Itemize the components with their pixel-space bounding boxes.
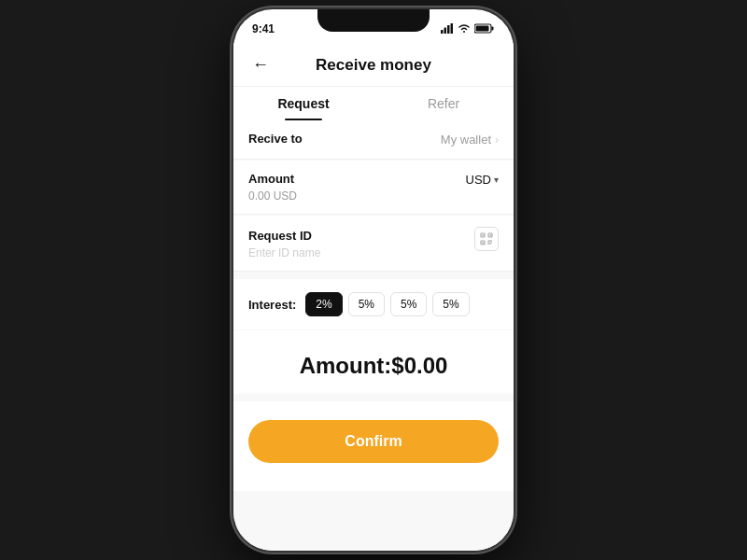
signal-icon bbox=[441, 23, 454, 35]
receive-to-label: Recive to bbox=[248, 132, 303, 146]
receive-to-field: Recive to My wallet › bbox=[233, 120, 514, 160]
status-icons bbox=[441, 23, 495, 35]
battery-icon bbox=[474, 23, 495, 35]
phone-notch bbox=[317, 9, 430, 32]
page-title: Receive money bbox=[316, 52, 431, 86]
amount-display: Amount:$0.00 bbox=[233, 330, 514, 394]
svg-rect-10 bbox=[483, 235, 485, 237]
confirm-button[interactable]: Confirm bbox=[248, 420, 499, 463]
form-content: Recive to My wallet › Amount USD ▾ 0.00 … bbox=[233, 120, 514, 491]
interest-btn-2[interactable]: 5% bbox=[390, 292, 427, 316]
svg-rect-12 bbox=[483, 243, 485, 245]
amount-field: Amount USD ▾ 0.00 USD bbox=[233, 161, 514, 215]
svg-rect-1 bbox=[444, 27, 447, 34]
interest-section: Interest: 2% 5% 5% 5% bbox=[233, 279, 514, 329]
chevron-right-icon: › bbox=[495, 133, 499, 147]
svg-rect-3 bbox=[451, 23, 454, 34]
receive-to-value[interactable]: My wallet › bbox=[441, 133, 499, 147]
amount-sub: 0.00 USD bbox=[248, 189, 499, 203]
currency-selector[interactable]: USD ▾ bbox=[466, 173, 499, 187]
interest-buttons: 2% 5% 5% 5% bbox=[305, 292, 469, 316]
back-button[interactable]: ← bbox=[248, 51, 273, 78]
screen: ← Receive money Request Refer Recive to … bbox=[233, 43, 514, 551]
amount-label: Amount bbox=[248, 172, 294, 186]
phone-frame: 9:41 bbox=[233, 9, 514, 551]
header: ← Receive money bbox=[233, 43, 514, 87]
interest-btn-3[interactable]: 5% bbox=[432, 292, 469, 316]
confirm-section: Confirm bbox=[233, 401, 514, 491]
status-time: 9:41 bbox=[252, 22, 275, 35]
request-id-label: Request ID bbox=[248, 229, 312, 243]
interest-label: Interest: bbox=[248, 298, 296, 312]
tabs-container: Request Refer bbox=[233, 87, 514, 120]
svg-rect-6 bbox=[476, 25, 489, 31]
svg-rect-5 bbox=[492, 26, 494, 30]
request-id-placeholder[interactable]: Enter ID name bbox=[248, 246, 474, 259]
tab-refer[interactable]: Refer bbox=[374, 87, 514, 120]
amount-display-value: Amount:$0.00 bbox=[300, 353, 448, 378]
request-id-field: Request ID Enter ID name bbox=[233, 216, 514, 272]
tab-request[interactable]: Request bbox=[233, 87, 374, 120]
interest-btn-1[interactable]: 5% bbox=[348, 292, 385, 316]
svg-rect-2 bbox=[447, 25, 450, 34]
svg-rect-0 bbox=[441, 30, 444, 34]
chevron-down-icon: ▾ bbox=[494, 175, 499, 185]
wifi-icon bbox=[458, 23, 471, 35]
id-scan-icon[interactable] bbox=[474, 227, 499, 251]
interest-btn-0[interactable]: 2% bbox=[305, 292, 342, 316]
svg-rect-11 bbox=[490, 235, 492, 237]
